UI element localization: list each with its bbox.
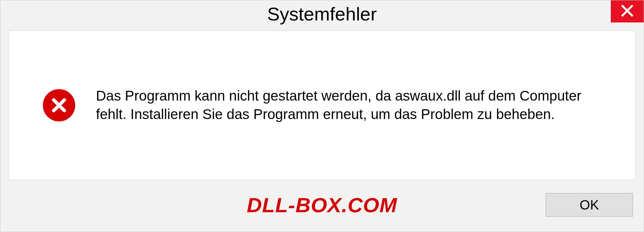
error-message: Das Programm kann nicht gestartet werden…: [96, 87, 612, 123]
ok-button[interactable]: OK: [546, 193, 633, 217]
watermark-text: DLL-BOX.COM: [98, 193, 546, 217]
error-dialog: Systemfehler Das Programm kann nicht ges…: [0, 0, 644, 232]
content-panel: Das Programm kann nicht gestartet werden…: [8, 31, 636, 180]
dialog-title: Systemfehler: [267, 3, 377, 25]
close-icon: [621, 4, 634, 19]
footer: DLL-BOX.COM OK: [0, 188, 644, 232]
ok-button-label: OK: [580, 197, 599, 213]
close-button[interactable]: [611, 0, 644, 22]
titlebar: Systemfehler: [0, 0, 644, 31]
error-icon: [42, 89, 76, 122]
